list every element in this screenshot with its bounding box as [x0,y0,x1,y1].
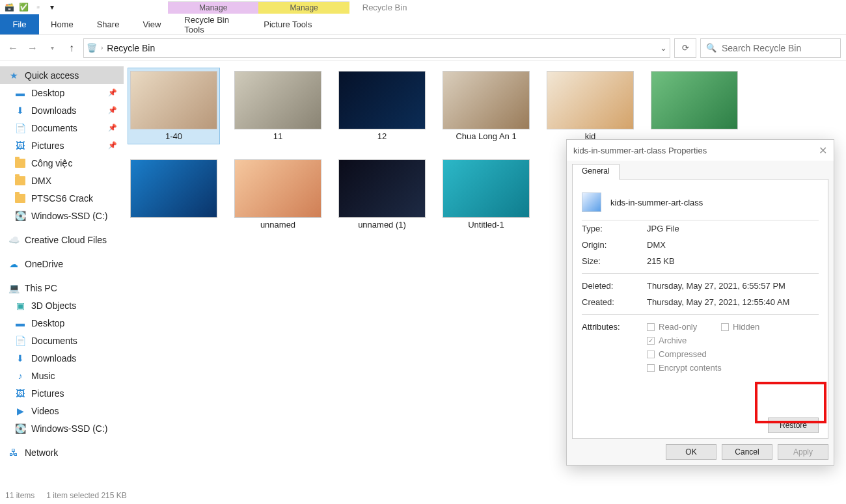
tab-share[interactable]: Share [85,14,131,34]
file-thumbnail[interactable]: 12 [336,68,428,144]
refresh-button[interactable]: ⟳ [674,38,696,58]
attr-readonly: Read-only [647,322,718,332]
nav-forward[interactable]: → [25,40,40,56]
sidebar-item-pc-pictures[interactable]: 🖼Pictures [0,384,124,402]
sidebar-item-ptscs6[interactable]: PTSCS6 Crack [0,189,124,207]
dialog-titlebar[interactable]: kids-in-summer-art-class Properties ✕ [567,140,834,161]
cancel-button[interactable]: Cancel [722,444,772,460]
pin-icon: 📌 [108,106,117,114]
qat-dropdown-icon[interactable]: ▾ [47,2,57,12]
ribbon: File Home Share View Recycle Bin Tools P… [0,14,846,35]
thumbnail-image [130,71,217,129]
sidebar-item-videos[interactable]: ▶Videos [0,402,124,419]
properties-dialog: kids-in-summer-art-class Properties ✕ Ge… [566,139,834,466]
thumbnail-image [130,159,217,218]
attr-compressed: Compressed [647,349,718,359]
file-thumbnail[interactable] [128,156,220,233]
qat-select-icon[interactable]: ✅ [18,2,29,12]
thumbnail-image [651,71,738,129]
file-thumbnail[interactable]: 1-40 [128,68,220,144]
file-thumbnail[interactable]: Chua Long An 1 [440,68,532,144]
sidebar-item-congviec[interactable]: Công việc [0,154,124,172]
breadcrumb-location[interactable]: Recycle Bin [107,43,155,53]
sidebar-item-desktop[interactable]: ▬Desktop📌 [0,84,124,101]
nav-sidebar: ★ Quick access ▬Desktop📌 ⬇Downloads📌 📄Do… [0,61,124,488]
sidebar-item-pc-desktop[interactable]: ▬Desktop [0,314,124,332]
sidebar-item-windows-ssd[interactable]: 💽Windows-SSD (C:) [0,207,124,224]
value-deleted: Thursday, May 27, 2021, 6:55:57 PM [647,281,819,291]
attr-archive: ✓Archive [647,336,718,345]
status-bar: 11 items 1 item selected 215 KB [5,488,127,503]
qat-doc-icon[interactable]: ▫️ [33,2,43,12]
thumbnail-label: 12 [377,131,387,141]
label-size: Size: [582,256,647,266]
search-box[interactable]: 🔍 [700,38,841,58]
sidebar-item-pc-ssd[interactable]: 💽Windows-SSD (C:) [0,419,124,437]
file-thumbnail[interactable] [648,68,741,144]
value-type: JPG File [647,224,819,233]
thumbnail-label: 1-40 [165,131,182,141]
dialog-title-text: kids-in-summer-art-class Properties [573,146,707,155]
thumbnail-image [547,71,634,129]
sidebar-item-downloads[interactable]: ⬇Downloads📌 [0,101,124,119]
address-dropdown-icon[interactable]: ⌄ [660,43,667,53]
file-thumbnail[interactable]: unnamed (1) [336,156,428,233]
sidebar-item-3d[interactable]: ▣3D Objects [0,297,124,314]
sidebar-onedrive[interactable]: ☁OneDrive [0,255,124,272]
sidebar-item-pictures[interactable]: 🖼Pictures📌 [0,137,124,154]
nav-bar: ← → ▾ ↑ 🗑️ › Recycle Bin ⌄ ⟳ 🔍 [0,35,846,61]
sidebar-network[interactable]: 🖧Network [0,444,124,461]
file-thumbnail[interactable]: unnamed [232,156,324,233]
sidebar-item-pc-documents[interactable]: 📄Documents [0,332,124,349]
nav-up[interactable]: ↑ [64,40,79,56]
apply-button[interactable]: Apply [778,444,828,460]
quick-access-toolbar: 🗃️ ✅ ▫️ ▾ [4,2,57,12]
file-thumbnail[interactable]: kid [544,68,636,144]
tab-picture-tools[interactable]: Picture Tools [249,14,326,34]
recycle-bin-icon: 🗑️ [87,43,97,53]
tab-home[interactable]: Home [39,14,85,34]
title-bar: 🗃️ ✅ ▫️ ▾ Manage Manage Recycle Bin [0,0,846,14]
context-tab-manage-recycle[interactable]: Manage [168,1,258,14]
tab-file[interactable]: File [0,14,39,34]
tab-recycle-bin-tools[interactable]: Recycle Bin Tools [172,14,249,34]
pictures-icon: 🖼 [14,140,26,152]
highlight-annotation [755,382,826,423]
tab-general[interactable]: General [572,164,620,179]
nav-back[interactable]: ← [5,40,21,56]
folder-icon [14,192,26,204]
status-selection: 1 item selected 215 KB [46,491,126,500]
tab-view[interactable]: View [131,14,172,34]
sidebar-item-pc-downloads[interactable]: ⬇Downloads [0,349,124,367]
attr-encrypt: Encrypt contents [647,363,793,373]
onedrive-icon: ☁ [8,258,20,270]
sidebar-this-pc[interactable]: 💻This PC [0,279,124,297]
sidebar-item-music[interactable]: ♪Music [0,367,124,384]
context-tab-manage-picture[interactable]: Manage [258,1,349,14]
file-thumbnail[interactable]: 11 [232,68,324,144]
ok-button[interactable]: OK [666,444,716,460]
search-input[interactable] [722,43,835,53]
nav-recent[interactable]: ▾ [44,40,60,56]
close-icon[interactable]: ✕ [819,144,827,157]
sidebar-quick-access[interactable]: ★ Quick access [0,66,124,84]
address-bar[interactable]: 🗑️ › Recycle Bin ⌄ [83,38,670,58]
dialog-filename: kids-in-summer-art-class [610,198,703,207]
sidebar-item-documents[interactable]: 📄Documents📌 [0,119,124,137]
pin-icon: 📌 [108,124,117,132]
label-attributes: Attributes: [582,322,647,373]
thumbnail-image [338,71,426,129]
pc-icon: 💻 [8,282,20,294]
folder-icon [14,157,26,169]
file-thumbnail[interactable]: Untitled-1 [440,156,532,233]
sidebar-item-dmx[interactable]: DMX [0,172,124,189]
value-origin: DMX [647,240,819,250]
thumbnail-image [338,159,426,218]
sidebar-item-label: Quick access [25,70,79,81]
desktop-icon: ▬ [14,87,26,99]
thumbnail-image [234,159,321,218]
search-icon: 🔍 [706,43,716,53]
pin-icon: 📌 [108,88,117,97]
sidebar-creative-cloud[interactable]: ☁️Creative Cloud Files [0,231,124,248]
status-item-count: 11 items [5,491,34,500]
